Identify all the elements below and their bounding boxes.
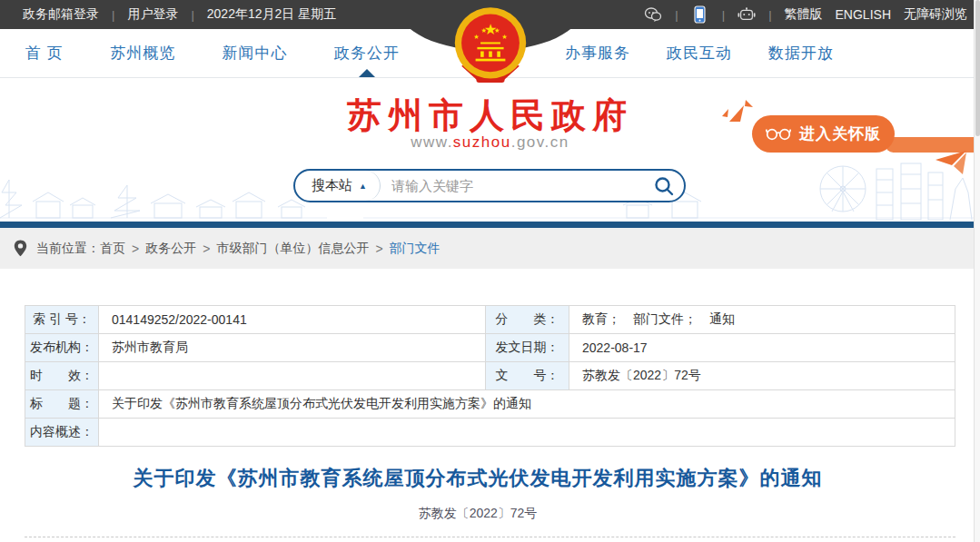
breadcrumb-item-gov-disclosure[interactable]: 政务公开 bbox=[145, 241, 196, 257]
meta-label-issuing-agency: 发布机构： bbox=[25, 334, 99, 361]
divider bbox=[25, 537, 955, 537]
search-button[interactable] bbox=[644, 171, 684, 201]
meta-value-validity bbox=[99, 362, 486, 389]
chevron-up-icon: ▲ bbox=[359, 182, 367, 191]
breadcrumb-prefix: 当前位置： bbox=[36, 241, 100, 257]
care-mode-button[interactable]: 进入关怀版 bbox=[752, 115, 895, 153]
nav-item-services[interactable]: 办事服务 bbox=[565, 30, 630, 76]
nav-item-news-center[interactable]: 新闻中心 bbox=[223, 30, 288, 76]
svg-text:★: ★ bbox=[494, 26, 500, 34]
table-row: 时 效： 文 号： 苏教发〔2022〕72号 bbox=[25, 362, 955, 390]
page: 政务邮箱登录 | 用户登录 | 2022年12月2日 星期五 | bbox=[0, 0, 980, 542]
topbar-left-links: 政务邮箱登录 | 用户登录 | 2022年12月2日 星期五 bbox=[0, 6, 336, 23]
search-scope-dropdown[interactable]: 搜本站 ▲ bbox=[295, 171, 381, 201]
search-scope-label: 搜本站 bbox=[312, 177, 352, 194]
separator: | bbox=[768, 8, 771, 22]
table-row: 发布机构： 苏州市教育局 发文日期： 2022-08-17 bbox=[25, 334, 955, 362]
separator: | bbox=[722, 8, 725, 22]
breadcrumb-separator: > bbox=[132, 241, 139, 256]
meta-label-doc-number: 文 号： bbox=[486, 362, 569, 389]
url-highlight: suzhou bbox=[453, 133, 511, 151]
svg-text:★: ★ bbox=[480, 26, 487, 34]
search-input[interactable] bbox=[381, 178, 644, 193]
breadcrumb-item-municipal-departments[interactable]: 市级部门（单位）信息公开 bbox=[216, 241, 369, 257]
scrollbar-thumb[interactable] bbox=[975, 0, 980, 136]
breadcrumb-item-home[interactable]: 首页 bbox=[100, 241, 125, 257]
nav-item-home[interactable]: 首 页 bbox=[25, 30, 64, 76]
nav-item-interaction[interactable]: 政民互动 bbox=[667, 30, 732, 76]
gov-mail-login-link[interactable]: 政务邮箱登录 bbox=[23, 6, 99, 23]
user-login-link[interactable]: 用户登录 bbox=[127, 6, 178, 23]
meta-label-summary: 内容概述： bbox=[25, 419, 99, 446]
banner-bottom-stripe bbox=[0, 222, 980, 228]
page-scrollbar[interactable] bbox=[974, 0, 980, 542]
english-link[interactable]: ENGLISH bbox=[836, 7, 891, 22]
table-row: 内容概述： bbox=[25, 419, 955, 447]
table-row: 索 引 号： 014149252/2022-00141 分 类： 教育； 部门文… bbox=[25, 306, 955, 334]
wechat-icon[interactable] bbox=[644, 5, 662, 24]
nav-item-open-data[interactable]: 数据开放 bbox=[768, 30, 834, 76]
current-date-label: 2022年12月2日 星期五 bbox=[207, 6, 336, 23]
sparkle-decoration-left bbox=[720, 98, 758, 133]
breadcrumb-separator: > bbox=[375, 241, 382, 256]
glasses-icon bbox=[766, 127, 791, 141]
meta-label-validity: 时 效： bbox=[25, 362, 99, 389]
meta-value-doc-number: 苏教发〔2022〕72号 bbox=[569, 362, 955, 389]
meta-label-category: 分 类： bbox=[486, 306, 569, 333]
site-banner: 苏州市人民政府 www.suzhou.gov.cn 搜本站 ▲ bbox=[0, 78, 980, 222]
traditional-chinese-link[interactable]: 繁體版 bbox=[785, 6, 823, 23]
document-meta-table: 索 引 号： 014149252/2022-00141 分 类： 教育； 部门文… bbox=[25, 305, 955, 447]
meta-value-summary bbox=[99, 419, 955, 446]
url-prefix: www. bbox=[411, 133, 453, 151]
meta-value-index-number: 014149252/2022-00141 bbox=[99, 306, 486, 333]
separator: | bbox=[675, 8, 678, 22]
table-row: 标 题： 关于印发《苏州市教育系统屋顶分布式光伏发电开发利用实施方案》的通知 bbox=[25, 390, 955, 419]
meta-value-issuing-agency: 苏州市教育局 bbox=[99, 334, 486, 361]
accessibility-link[interactable]: 无障碍浏览 bbox=[904, 6, 967, 23]
meta-value-title: 关于印发《苏州市教育系统屋顶分布式光伏发电开发利用实施方案》的通知 bbox=[99, 390, 955, 418]
site-search-bar: 搜本站 ▲ bbox=[293, 169, 686, 202]
mobile-icon[interactable] bbox=[691, 5, 709, 24]
breadcrumb: 当前位置： 首页 > 政务公开 > 市级部门（单位）信息公开 > 部门文件 bbox=[0, 228, 980, 269]
meta-label-title: 标 题： bbox=[25, 390, 99, 418]
nav-item-suzhou-overview[interactable]: 苏州概览 bbox=[110, 30, 175, 76]
separator: | bbox=[191, 8, 193, 22]
meta-value-issue-date: 2022-08-17 bbox=[569, 334, 955, 361]
robot-icon[interactable] bbox=[737, 5, 756, 24]
care-mode-button-label: 进入关怀版 bbox=[799, 123, 881, 144]
breadcrumb-item-department-documents[interactable]: 部门文件 bbox=[390, 241, 441, 257]
meta-label-index-number: 索 引 号： bbox=[25, 306, 99, 333]
separator: | bbox=[112, 8, 114, 22]
svg-text:★: ★ bbox=[473, 33, 480, 41]
breadcrumb-separator: > bbox=[203, 241, 210, 256]
document-number: 苏教发〔2022〕72号 bbox=[0, 506, 955, 522]
url-suffix: .gov.cn bbox=[511, 133, 569, 151]
national-emblem: ★ ★ ★ ★ ★ bbox=[453, 6, 528, 90]
document-title: 关于印发《苏州市教育系统屋顶分布式光伏发电开发利用实施方案》的通知 bbox=[0, 465, 955, 492]
nav-item-gov-info-disclosure[interactable]: 政务公开 bbox=[334, 30, 400, 76]
meta-label-issue-date: 发文日期： bbox=[486, 334, 569, 361]
topbar-right-links: | | | 繁體版 ENG bbox=[644, 5, 980, 24]
svg-text:★: ★ bbox=[501, 33, 508, 41]
meta-value-category: 教育； 部门文件； 通知 bbox=[569, 306, 955, 333]
search-icon bbox=[653, 175, 675, 197]
location-pin-icon bbox=[14, 240, 27, 257]
